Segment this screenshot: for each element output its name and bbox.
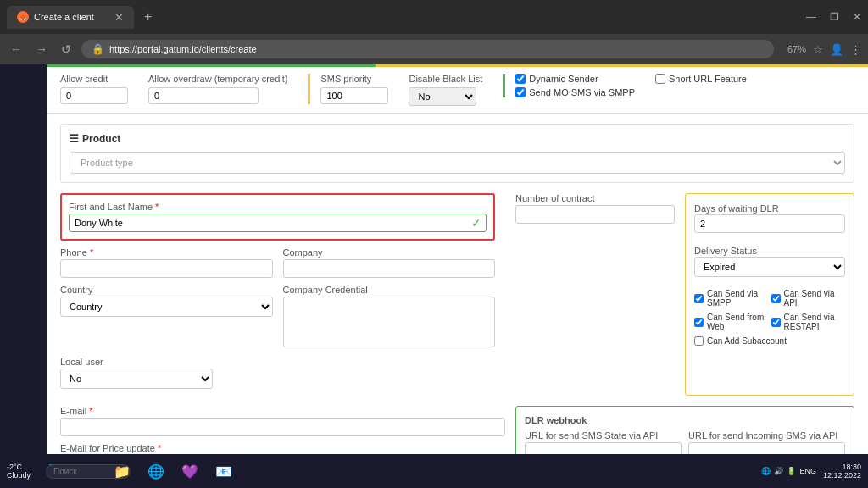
allow-overdraw-label: Allow overdraw (temporary credit)	[148, 74, 287, 84]
number-of-contract-input[interactable]	[515, 205, 675, 224]
taskbar-search[interactable]	[75, 458, 102, 485]
time-widget: 18:30 12.12.2022	[823, 463, 861, 480]
company-input[interactable]	[283, 259, 496, 278]
email-label-text: E-mail	[60, 406, 86, 416]
country-field: Country Country	[60, 285, 273, 350]
allow-overdraw-group: Allow overdraw (temporary credit)	[148, 74, 287, 104]
browser-favicon: 🦊	[17, 11, 29, 23]
dynamic-sender-item[interactable]: Dynamic Sender	[515, 74, 635, 84]
days-waiting-field: Days of waiting DLR	[694, 202, 845, 238]
can-send-smpp-checkbox[interactable]	[694, 294, 704, 303]
company-field: Company	[283, 247, 496, 278]
send-mo-label: Send MO SMS via SMPP	[529, 87, 635, 97]
name-validation-check: ✓	[471, 216, 481, 230]
company-label: Company	[283, 247, 496, 258]
short-url-checkbox[interactable]	[655, 74, 665, 84]
company-credential-label: Company Credential	[283, 285, 496, 295]
phone-input[interactable]	[60, 259, 273, 278]
can-add-subaccount-checkbox[interactable]	[694, 336, 704, 346]
short-url-item[interactable]: Short URL Feature	[655, 74, 747, 84]
volume-icon: 🔊	[774, 467, 783, 475]
system-tray: 🌐 🔊 🔋 ENG	[761, 467, 816, 475]
can-send-api-checkbox[interactable]	[771, 294, 781, 303]
send-mo-item[interactable]: Send MO SMS via SMPP	[515, 87, 635, 97]
minimize-button[interactable]: —	[806, 11, 816, 23]
refresh-button[interactable]: ↺	[58, 39, 75, 59]
allow-credit-group: Allow credit	[60, 74, 128, 104]
taskbar-right: 🌐 🔊 🔋 ENG 18:30 12.12.2022	[761, 463, 861, 480]
browser-tab[interactable]: 🦊 Create a client ✕	[7, 6, 134, 29]
number-of-contract-field: Number of contract	[515, 193, 675, 224]
can-send-restapi-checkbox[interactable]	[771, 318, 781, 327]
green-segment	[47, 64, 376, 67]
short-url-group: Short URL Feature	[655, 74, 747, 84]
window-controls: — ❐ ✕	[806, 11, 861, 23]
country-select[interactable]: Country	[60, 297, 273, 317]
close-button[interactable]: ✕	[853, 11, 861, 23]
address-bar-container: 🔒	[81, 40, 774, 58]
taskbar-browser[interactable]: 🌐	[142, 458, 170, 485]
number-of-contract-label: Number of contract	[515, 193, 675, 203]
email-input[interactable]	[60, 418, 505, 436]
name-field-container: First and Last Name * ✓	[60, 193, 495, 241]
sms-priority-input[interactable]	[320, 87, 388, 104]
country-label: Country	[60, 285, 273, 295]
can-add-subaccount-label: Can Add Subaccount	[707, 336, 787, 346]
dynamic-sender-label: Dynamic Sender	[529, 74, 598, 84]
allow-overdraw-input[interactable]	[148, 87, 259, 104]
email-price-required-marker: *	[158, 443, 161, 453]
contract-area: Number of contract	[505, 193, 675, 396]
email-field: E-mail *	[60, 406, 505, 436]
forward-button[interactable]: →	[32, 39, 51, 59]
menu-icon[interactable]: ⋮	[850, 43, 861, 56]
can-send-web-label: Can Send from Web	[707, 313, 769, 331]
main-content: Allow credit Allow overdraw (temporary c…	[47, 64, 868, 488]
phone-field: Phone *	[60, 247, 273, 278]
weather-widget: -2°C Cloudy	[7, 463, 31, 480]
product-type-select[interactable]: Product type	[70, 152, 845, 174]
top-color-bar	[47, 64, 868, 67]
profile-icon[interactable]: 👤	[830, 43, 843, 56]
weather-temp: -2°C	[7, 463, 31, 471]
weather-condition: Cloudy	[7, 471, 31, 480]
phone-label: Phone *	[60, 247, 273, 258]
delivery-status-select[interactable]: Expired	[694, 257, 845, 277]
current-time: 18:30	[842, 463, 861, 471]
can-add-subaccount-item[interactable]: Can Add Subaccount	[694, 336, 845, 346]
send-capabilities-grid: Can Send via SMPP Can Send via API Can S…	[694, 289, 845, 334]
taskbar-teams[interactable]: 💜	[176, 458, 203, 485]
product-label: Product	[82, 133, 120, 145]
taskbar-left: -2°C Cloudy 📁 🌐 💜 📧	[7, 458, 237, 485]
browser-chrome: 🦊 Create a client ✕ + — ❐ ✕	[0, 0, 868, 34]
can-send-web-item[interactable]: Can Send from Web	[694, 313, 769, 331]
can-send-smpp-item[interactable]: Can Send via SMPP	[694, 289, 769, 308]
send-mo-checkbox[interactable]	[515, 87, 526, 97]
navigation-bar: ← → ↺ 🔒 67% ☆ 👤 ⋮	[0, 34, 868, 64]
zoom-indicator: 67%	[787, 44, 806, 54]
taskbar-files[interactable]: 📁	[108, 458, 136, 485]
can-send-restapi-item[interactable]: Can Send via RESTAPI	[771, 313, 846, 331]
disable-blacklist-select[interactable]: No	[409, 87, 476, 106]
restore-button[interactable]: ❐	[830, 11, 839, 23]
delivery-status-field: Delivery Status Expired	[694, 245, 845, 282]
can-send-web-checkbox[interactable]	[694, 318, 704, 327]
tab-close-button[interactable]: ✕	[114, 11, 124, 24]
local-user-select[interactable]: No	[60, 369, 213, 389]
disable-blacklist-group: Disable Black List No	[409, 74, 482, 106]
first-last-name-input[interactable]	[69, 214, 487, 232]
dynamic-sender-checkbox[interactable]	[515, 74, 526, 84]
company-credential-textarea[interactable]	[283, 297, 496, 347]
taskbar-mail[interactable]: 📧	[210, 458, 237, 485]
allow-credit-label: Allow credit	[60, 74, 128, 84]
address-bar[interactable]	[109, 44, 764, 54]
days-waiting-input[interactable]	[694, 214, 845, 233]
back-button[interactable]: ←	[7, 39, 25, 59]
can-send-api-item[interactable]: Can Send via API	[771, 289, 846, 308]
bookmark-icon[interactable]: ☆	[813, 43, 823, 56]
dlr-webhook-title: DLR webhook	[525, 415, 845, 425]
product-icon: ☰	[70, 133, 79, 145]
new-tab-button[interactable]: +	[144, 9, 152, 25]
email-label: E-mail *	[60, 406, 505, 416]
dynamic-sender-group: Dynamic Sender Send MO SMS via SMPP	[503, 74, 635, 97]
allow-credit-input[interactable]	[60, 87, 128, 104]
